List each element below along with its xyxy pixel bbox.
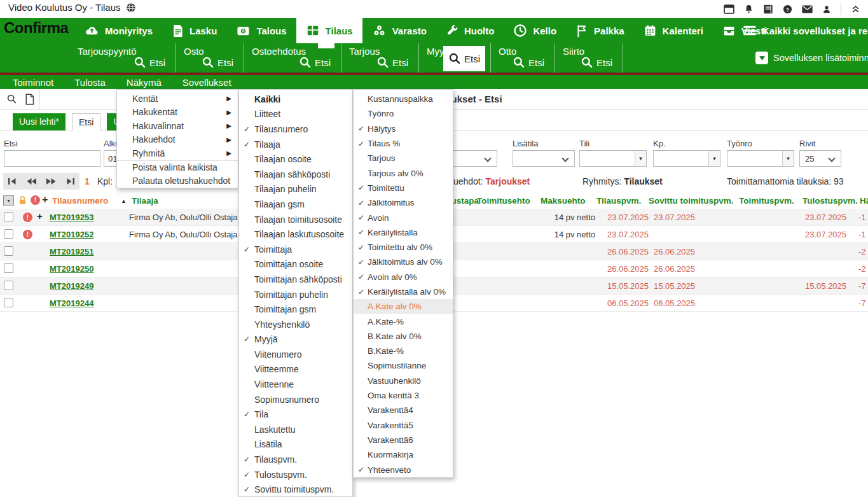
menu-item[interactable]: Oma kenttä 3 (354, 388, 453, 403)
menu-item[interactable]: Hakuehdot ▶ (117, 133, 238, 147)
menu-item[interactable]: Vastuuhenkilö (354, 374, 453, 388)
menu-item[interactable]: Toimittajan sähköposti (239, 272, 352, 287)
lock-icon[interactable] (18, 195, 27, 206)
sort-ascending-icon[interactable]: ▲ (121, 198, 127, 204)
notifications-bell-icon[interactable] (744, 4, 754, 14)
row-checkbox[interactable] (4, 212, 13, 221)
menu-item[interactable]: ✓ Jälkitoimitus (354, 195, 453, 210)
column-header-toimitusehto[interactable]: Toimitusehto (477, 196, 530, 206)
search-input[interactable] (4, 150, 100, 167)
menu-item[interactable]: B.Kate alv 0% (354, 329, 453, 344)
all-apps-button[interactable]: Kaikki sovellukset ja rekisterit (743, 18, 868, 43)
column-header-maksuehto[interactable]: Maksuehto (541, 196, 586, 206)
menu-item[interactable]: ✓ Yhteenveto (354, 462, 453, 477)
menu-item[interactable]: Palauta oletushakuehdot (117, 174, 238, 188)
menu-item[interactable]: Sopimusnumero (239, 392, 352, 407)
new-document-icon[interactable] (25, 94, 34, 105)
app-extra-functions-button[interactable]: Sovelluksen lisätoiminnot (755, 43, 868, 73)
contact-book-icon[interactable] (763, 4, 773, 14)
row-checkbox[interactable] (4, 263, 13, 273)
row-checkbox[interactable] (4, 246, 13, 256)
menu-item[interactable]: Kaikki (239, 92, 352, 107)
menu-item[interactable]: Toimittajan gsm (239, 302, 352, 317)
subnav-search-button[interactable]: Etsi (507, 54, 549, 71)
next-page-button[interactable] (46, 178, 57, 185)
order-number-link[interactable]: MT2019253 (50, 213, 93, 222)
menu-item[interactable]: Varakenttä4 (354, 403, 453, 417)
help-icon[interactable]: ? (783, 4, 792, 14)
menu-item[interactable]: Lisätila (239, 437, 352, 452)
column-header-tilaaja[interactable]: Tilaaja (132, 196, 158, 206)
order-number-link[interactable]: MT2019244 (50, 298, 93, 308)
row-checkbox[interactable] (4, 298, 13, 307)
menu-item[interactable]: Hakuvalinnat ▶ (117, 119, 238, 133)
nav-item-palkka[interactable]: Palkka (566, 18, 634, 43)
order-number-link[interactable]: MT2019251 (50, 247, 93, 256)
tab-new-sheet[interactable]: Uusi lehti* (13, 113, 65, 131)
user-icon[interactable] (822, 4, 831, 14)
menu-item[interactable]: Tarjous (354, 151, 453, 165)
current-page-number[interactable]: 1 (85, 176, 90, 186)
menu-item[interactable]: Liitteet (239, 107, 352, 122)
menu-item[interactable]: Laskutettu (239, 422, 352, 437)
menu-item[interactable]: ✓ Tilaus % (354, 136, 453, 151)
order-number-link[interactable]: MT2019249 (50, 281, 93, 291)
column-header-sovittu-toimituspvm[interactable]: Sovittu toimituspvm. (649, 196, 734, 206)
menu-item[interactable]: Tilaajan puhelin (239, 182, 352, 197)
first-page-button[interactable] (8, 178, 17, 185)
menu-item[interactable]: Tilaajan osoite (239, 151, 352, 167)
menu-item[interactable]: Kuormakirja (354, 447, 453, 462)
menu-item[interactable]: ✓ Myyjä (239, 332, 352, 347)
menu-item[interactable]: Viitenumero (239, 347, 352, 362)
row-checkbox[interactable] (4, 281, 13, 290)
menu-item[interactable]: A.Kate-% (354, 314, 453, 328)
menu-item[interactable]: ✓ Tilauspvm. (239, 452, 352, 467)
kp-combobox[interactable]: ▾ (653, 150, 720, 167)
globe-icon[interactable] (126, 3, 136, 13)
menu-item[interactable]: Kentät ▶ (117, 92, 238, 106)
menu-item[interactable]: Varakenttä6 (354, 433, 453, 447)
menubar-item[interactable]: Sovellukset (183, 77, 231, 88)
nav-item-moniyritys[interactable]: Moniyritys (75, 18, 162, 43)
subnav-search-button[interactable]: Etsi (128, 54, 170, 71)
menu-item[interactable]: Toimittajan osoite (239, 257, 352, 272)
menubar-item[interactable]: Näkymä (127, 77, 162, 88)
tyonro-combobox[interactable]: ▾ (727, 150, 794, 167)
nav-item-kello[interactable]: Kello (504, 18, 566, 43)
caret-down-icon[interactable]: ▾ (782, 151, 794, 166)
nav-item-kalenteri[interactable]: Kalenteri (634, 18, 713, 43)
collapse-chevrons-icon[interactable] (851, 4, 860, 14)
tili-combobox[interactable]: ▾ (579, 150, 647, 167)
menu-item[interactable]: Tilaajan toimitusosoite (239, 212, 352, 227)
menu-item[interactable]: ✓ Sovittu toimituspvm. (239, 482, 352, 497)
nav-item-talous[interactable]: 0 Talous (226, 18, 296, 43)
caret-down-icon[interactable]: ▾ (635, 151, 646, 166)
menu-item[interactable]: Varakenttä5 (354, 418, 453, 433)
menu-item[interactable]: Yhteyshenkilö (239, 317, 352, 332)
menu-item[interactable]: Työnro (354, 106, 453, 121)
menu-item[interactable]: ✓ Avoin alv 0% (354, 270, 453, 284)
menu-item[interactable]: ✓ Tilausnumero (239, 122, 352, 137)
menu-item[interactable]: Tilaajan laskutusosoite (239, 227, 352, 242)
subnav-search-button[interactable]: Etsi (443, 46, 485, 71)
search-icon[interactable] (6, 94, 17, 104)
menu-item[interactable]: ✓ Toimitettu (354, 181, 453, 195)
subnav-search-button[interactable]: Etsi (371, 54, 413, 71)
menu-item[interactable]: ✓ Toimittaja (239, 242, 352, 257)
tab-search[interactable]: Etsi (72, 113, 100, 131)
alert-icon[interactable]: ! (31, 195, 40, 205)
nav-item-varasto[interactable]: Varasto (362, 18, 436, 43)
menubar-item[interactable]: Toiminnot (13, 77, 53, 88)
app-logo[interactable]: Confirma (4, 19, 68, 37)
row-checkbox[interactable] (4, 229, 13, 239)
prev-page-button[interactable] (26, 178, 37, 185)
last-page-button[interactable] (66, 178, 75, 185)
menu-item[interactable]: Ryhmitä ▶ (117, 146, 238, 160)
add-icon[interactable]: + (42, 194, 48, 206)
caret-down-icon[interactable]: ▾ (708, 151, 720, 166)
nav-item-lasku[interactable]: Lasku (162, 18, 226, 43)
menu-item[interactable]: Kustannuspaikka (354, 92, 453, 106)
subnav-search-button[interactable]: Etsi (294, 54, 336, 71)
select-all-dropdown-icon[interactable]: ▾ (3, 195, 14, 206)
window-icon[interactable] (724, 4, 734, 14)
